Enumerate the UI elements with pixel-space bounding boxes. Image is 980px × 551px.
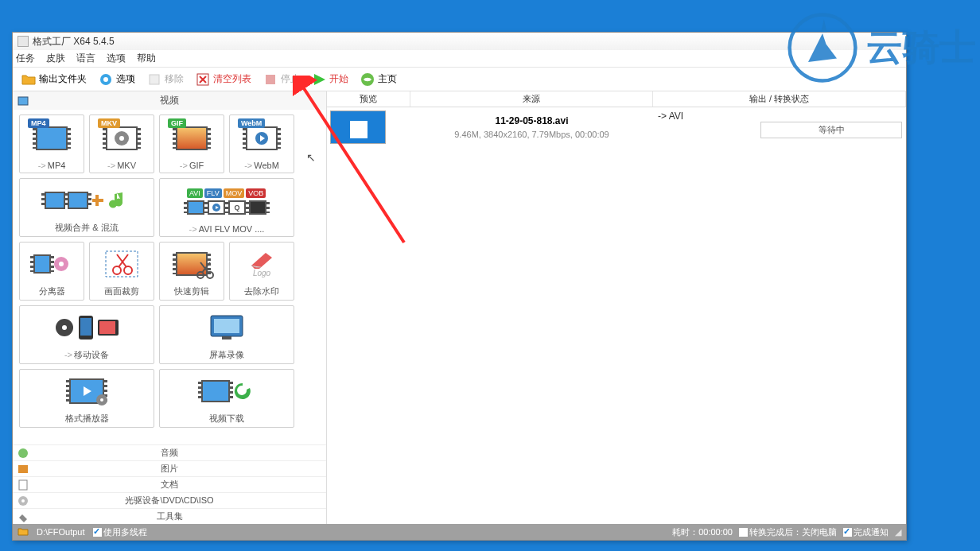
svg-rect-6	[266, 75, 275, 84]
svg-point-10	[119, 136, 124, 141]
svg-rect-27	[214, 319, 239, 333]
options-button[interactable]: 选项	[95, 70, 138, 89]
home-globe-icon	[360, 72, 375, 87]
category-toolkit[interactable]: 工具集	[13, 508, 326, 524]
category-video-header[interactable]: 视频	[13, 91, 326, 110]
task-filename: 11-29-05-818.avi	[417, 115, 647, 126]
category-picture[interactable]: 图片	[13, 460, 326, 476]
webm-badge: WebM	[238, 118, 265, 128]
flv-badge: FLV	[204, 188, 222, 198]
svg-point-21	[62, 325, 67, 330]
task-header: 预览 来源 输出 / 转换状态	[327, 91, 906, 107]
menu-skin[interactable]: 皮肤	[46, 52, 65, 65]
vob-badge: VOB	[246, 188, 266, 198]
svg-point-31	[18, 448, 28, 458]
monitor-icon	[208, 314, 246, 341]
col-status[interactable]: 输出 / 转换状态	[653, 91, 906, 107]
stop-icon	[262, 72, 278, 87]
task-row[interactable]: 11-29-05-818.avi 9.46M, 3840x2160, 7.79M…	[327, 107, 906, 147]
scissors-small-icon	[195, 260, 216, 281]
svg-rect-25	[99, 321, 115, 334]
toolkit-cat-icon	[18, 511, 29, 522]
card-download[interactable]: 视频下载	[159, 369, 294, 428]
mp4-badge: MP4	[28, 118, 49, 128]
menu-options[interactable]: 选项	[107, 52, 126, 65]
task-source: 11-29-05-818.avi 9.46M, 3840x2160, 7.79M…	[410, 107, 653, 147]
mkv-badge: MKV	[98, 118, 120, 128]
folder-icon	[21, 72, 37, 87]
home-button[interactable]: 主页	[356, 70, 400, 89]
category-document[interactable]: 文档	[13, 476, 326, 492]
clear-x-icon	[195, 72, 211, 87]
col-source[interactable]: 来源	[410, 91, 653, 107]
output-path[interactable]: D:\FFOutput	[37, 527, 85, 537]
plus-icon	[91, 193, 105, 208]
card-crop[interactable]: 画面裁剪	[89, 242, 154, 301]
card-merge[interactable]: 视频合并 & 混流	[19, 178, 154, 237]
after-done-check[interactable]: 转换完成后：关闭电脑	[739, 526, 837, 538]
elapsed-time: 耗时：00:00:00	[672, 526, 733, 538]
task-preview	[327, 107, 410, 147]
card-quickcut[interactable]: 快速剪辑	[159, 242, 224, 301]
start-button[interactable]: 开始	[308, 70, 352, 89]
tablet-icon	[97, 319, 119, 336]
card-player[interactable]: 格式播放器	[19, 369, 154, 428]
card-mp4[interactable]: MP4 ->MP4	[19, 114, 84, 173]
window-title: 格式工厂 X64 5.4.5	[33, 35, 115, 49]
folder-small-icon[interactable]	[18, 526, 29, 537]
play-circle-icon	[254, 130, 270, 146]
phone-icon	[78, 315, 94, 340]
play-icon	[311, 72, 327, 87]
svg-rect-8	[18, 97, 28, 105]
multithread-check[interactable]: 使用多线程	[93, 526, 147, 538]
svg-rect-4	[150, 75, 159, 84]
status-bar: D:\FFOutput 使用多线程 耗时：00:00:00 转换完成后：关闭电脑…	[13, 524, 906, 540]
stop-button[interactable]: 停止	[259, 70, 303, 89]
col-preview[interactable]: 预览	[327, 91, 410, 107]
task-meta: 9.46M, 3840x2160, 7.79Mbps, 00:00:09	[417, 130, 647, 139]
task-panel: 预览 来源 输出 / 转换状态 11-29-05-818.avi 9.46M, …	[327, 91, 906, 524]
gif-badge: GIF	[168, 118, 186, 128]
svg-rect-23	[80, 318, 91, 336]
eraser-icon	[248, 251, 275, 269]
svg-point-3	[103, 77, 108, 82]
menu-bar: 任务 皮肤 语言 选项 帮助	[13, 50, 906, 68]
svg-point-16	[113, 266, 121, 274]
svg-point-14	[59, 262, 64, 266]
menu-task[interactable]: 任务	[16, 52, 35, 65]
card-mobile[interactable]: ->移动设备	[19, 305, 154, 364]
category-audio[interactable]: 音频	[13, 444, 326, 460]
task-status: 等待中	[760, 122, 903, 138]
picture-cat-icon	[18, 464, 29, 475]
card-watermark[interactable]: Logo 去除水印	[229, 242, 294, 301]
remove-icon	[146, 72, 162, 87]
clear-list-button[interactable]: 清空列表	[192, 70, 255, 89]
resize-grip-icon[interactable]: ◢	[895, 527, 901, 537]
card-webm[interactable]: WebM ->WebM	[229, 114, 294, 173]
remove-button[interactable]: 移除	[143, 70, 187, 89]
app-window: 格式工厂 X64 5.4.5 任务 皮肤 语言 选项 帮助 输出文件夹 选项 移…	[12, 32, 907, 541]
category-optical[interactable]: 光驱设备\DVD\CD\ISO	[13, 492, 326, 508]
svg-rect-28	[222, 336, 231, 340]
avi-badge: AVI	[187, 188, 203, 198]
title-bar: 格式工厂 X64 5.4.5	[13, 33, 906, 50]
disc-icon	[113, 130, 130, 147]
output-folder-button[interactable]: 输出文件夹	[18, 70, 90, 89]
menu-lang[interactable]: 语言	[76, 52, 95, 65]
svg-point-17	[124, 266, 132, 274]
card-splitter[interactable]: 分离器	[19, 242, 84, 301]
card-mkv[interactable]: MKV ->MKV	[89, 114, 154, 173]
app-icon	[18, 36, 29, 47]
video-category-icon	[18, 95, 29, 107]
doc-cat-icon	[18, 479, 29, 491]
thumbnail-icon	[330, 111, 386, 144]
card-avi-more[interactable]: AVI FLV MOV VOB Q	[159, 178, 294, 237]
svg-point-35	[21, 499, 25, 502]
card-gif[interactable]: GIF ->GIF	[159, 114, 224, 173]
notify-check[interactable]: 完成通知	[843, 526, 889, 538]
menu-help[interactable]: 帮助	[137, 52, 156, 65]
disc-dark-icon	[54, 317, 75, 338]
card-screenrec[interactable]: 屏幕录像	[159, 305, 294, 364]
mov-badge: MOV	[224, 188, 245, 198]
scissors-icon	[104, 250, 139, 278]
